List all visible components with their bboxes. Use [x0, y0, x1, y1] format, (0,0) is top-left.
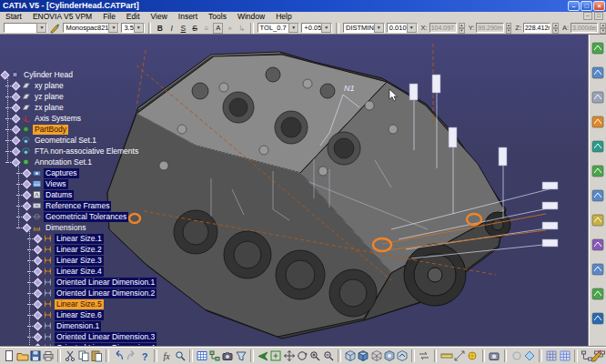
align-lines-icon[interactable]: ≡ [202, 23, 212, 34]
tree-expander-node[interactable] [12, 103, 21, 112]
menu-help[interactable]: Help [270, 12, 297, 22]
formula-fx-button[interactable]: fx [160, 349, 173, 363]
tree-expander-node[interactable] [12, 114, 21, 123]
menu-insert[interactable]: Insert [173, 12, 203, 22]
tree-item-annotation-set-1[interactable]: Annotation Set.1 [5, 157, 94, 167]
search-magnifier-button[interactable] [173, 349, 186, 363]
tree-expander-node[interactable] [1, 70, 10, 79]
table-grid-button[interactable] [196, 349, 208, 363]
fta-icon-4[interactable] [591, 116, 604, 128]
tree-expander-node[interactable] [34, 332, 43, 341]
strikethrough-button[interactable]: S [190, 23, 200, 34]
framed-text-icon[interactable]: A [213, 23, 223, 34]
tree-item-label[interactable]: Linear Size.3 [55, 256, 104, 266]
tree-item-label[interactable]: Linear Size.6 [55, 310, 104, 320]
a-spinner[interactable]: ▲▼ [600, 23, 606, 33]
minimize-button[interactable]: – [568, 1, 580, 11]
fta-icon-8[interactable] [591, 214, 604, 227]
tree-item-label[interactable]: Reference Frames [44, 201, 111, 211]
diamond-tool-button[interactable] [523, 349, 536, 363]
x-coord-field[interactable]: 104.097 [429, 23, 457, 33]
tree-expander-node[interactable] [34, 256, 43, 265]
capture-image-button[interactable] [488, 349, 500, 363]
tree-expander-node[interactable] [12, 147, 21, 156]
tree-expander-node[interactable] [23, 223, 32, 232]
tree-item-label[interactable]: Axis Systems [33, 114, 83, 124]
copy-button[interactable] [77, 349, 90, 363]
chevron-down-icon[interactable]: ▼ [36, 23, 46, 33]
tree-item-oriented-linear-dimension-2[interactable]: Oriented Linear Dimension.2 [27, 288, 157, 298]
restore-button[interactable]: □ [581, 1, 592, 11]
menu-enovia-v5-vpm[interactable]: ENOVIA V5 VPM [27, 12, 97, 22]
tree-expander-node[interactable] [12, 157, 21, 167]
help-button[interactable]: ? [138, 349, 151, 363]
fta-icon-10[interactable] [591, 263, 604, 276]
chevron-down-icon[interactable]: ▼ [321, 23, 331, 33]
menu-tools[interactable]: Tools [203, 12, 232, 22]
tree-item-reference-frames[interactable]: Reference Frames [16, 200, 111, 211]
tree-item-linear-size-5[interactable]: Linear Size.5 [27, 298, 104, 309]
tree-item-label[interactable]: xy plane [33, 81, 66, 91]
fta-icon-11[interactable] [591, 288, 604, 300]
tree-item-label[interactable]: Oriented Linear Dimension.1 [55, 278, 157, 288]
fta-icon-7[interactable] [591, 189, 604, 202]
tree-expander-node[interactable] [12, 92, 21, 101]
wireframe-view-cube-button[interactable] [369, 349, 382, 363]
tree-item-geometrical-tolerances[interactable]: Geometrical Tolerances [16, 211, 128, 222]
tree-item-oriented-linear-dimension-3[interactable]: Oriented Linear Dimension.3 [27, 331, 157, 342]
fta-icon-9[interactable] [591, 238, 604, 251]
style-combo[interactable]: ▼ [4, 23, 47, 33]
tree-item-dimension-1[interactable]: Dimension.1 [27, 320, 101, 331]
tree-expander-node[interactable] [34, 321, 43, 330]
product-structure-button[interactable] [208, 349, 221, 363]
italic-button[interactable]: I [167, 23, 177, 34]
tree-item-linear-size-2[interactable]: Linear Size.2 [27, 244, 104, 255]
fta-icon-5[interactable] [591, 140, 604, 153]
tree-expander-node[interactable] [34, 245, 43, 254]
mdi-minimize-button[interactable]: – [583, 12, 592, 20]
menu-view[interactable]: View [146, 12, 173, 22]
tree-expander-node[interactable] [34, 288, 43, 298]
tree-item-dimensions[interactable]: Dimensions [16, 222, 87, 233]
tree-item-label[interactable]: Dimensions [44, 223, 87, 233]
graph-filter-button[interactable] [235, 349, 247, 363]
underline-button[interactable]: S [178, 23, 188, 34]
tree-item-linear-size-3[interactable]: Linear Size.3 [27, 255, 104, 266]
y-coord-field[interactable]: 99.290m [476, 23, 503, 33]
snap-grid-button[interactable] [558, 349, 571, 363]
tree-expander-node[interactable] [12, 81, 21, 90]
close-button[interactable]: × [593, 1, 605, 11]
shaded-view-cube-button[interactable] [357, 349, 369, 363]
tree-item-label[interactable]: Views [44, 179, 68, 189]
tree-item-linear-size-4[interactable]: Linear Size.4 [27, 266, 104, 277]
fta-icon-6[interactable] [591, 165, 604, 177]
tolerance-combo[interactable]: TOL_0.7▼ [258, 23, 300, 33]
tree-item-views[interactable]: Views [16, 178, 68, 189]
chevron-down-icon[interactable]: ▼ [374, 23, 384, 33]
undo-button[interactable] [112, 349, 125, 363]
tree-expander-node[interactable] [23, 168, 32, 177]
tree-item-label[interactable]: Dimension.1 [55, 321, 101, 331]
title-bar[interactable]: CATIA V5 - [CylinderHead.CATPart] – □ × [0, 0, 606, 12]
a-coord-field[interactable]: 3.000deg [571, 23, 598, 33]
tree-item-label[interactable]: Linear Size.4 [55, 267, 104, 277]
work-grid-button[interactable] [545, 349, 558, 363]
anchor-point-icon[interactable]: ⌖ [225, 23, 235, 34]
tree-expander-node[interactable] [23, 212, 32, 221]
tree-item-linear-size-6[interactable]: Linear Size.6 [27, 309, 104, 320]
bold-button[interactable]: B [155, 23, 165, 34]
fta-icon-1[interactable] [591, 42, 604, 55]
save-button[interactable] [29, 349, 42, 363]
tolerance-value-combo[interactable]: +0.05▼ [301, 23, 332, 33]
leader-anchor-icon[interactable]: ↳ [237, 23, 247, 34]
fit-all-button[interactable] [269, 349, 282, 363]
pan-button[interactable] [282, 349, 295, 363]
tree-item-oriented-linear-dimension-1[interactable]: Oriented Linear Dimension.1 [27, 277, 157, 288]
tree-item-label[interactable]: Oriented Linear Dimension.3 [55, 332, 157, 342]
tree-item-xy-plane[interactable]: xy plane [5, 80, 66, 91]
measure-ruler-button[interactable] [439, 349, 452, 363]
fta-icon-2[interactable] [591, 66, 604, 79]
cut-button[interactable] [64, 349, 76, 363]
tree-item-datums[interactable]: Datums [16, 189, 74, 200]
tree-item-linear-size-1[interactable]: Linear Size.1 [27, 233, 104, 244]
